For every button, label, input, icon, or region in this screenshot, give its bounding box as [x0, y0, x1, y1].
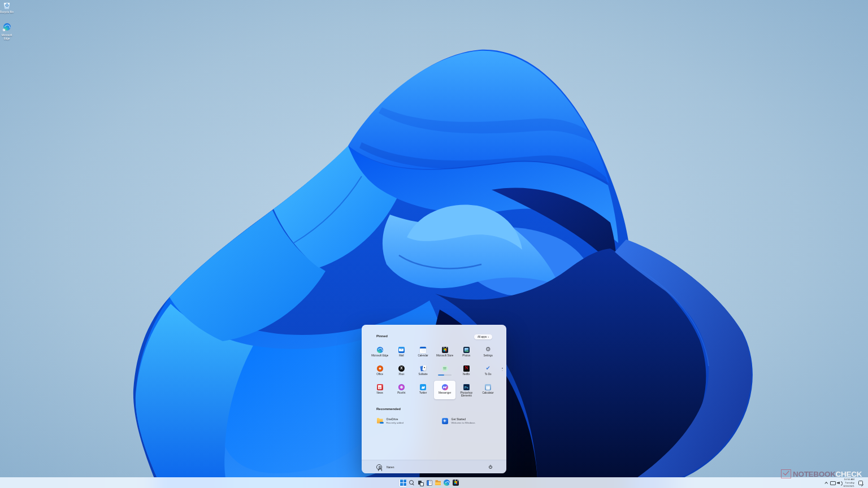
pinned-app-microsoft-store[interactable]: Microsoft Store	[434, 343, 455, 361]
pinned-app-photoshop-elements[interactable]: Photoshop Elements	[455, 381, 477, 399]
pinned-pagination-dots[interactable]	[501, 368, 504, 371]
pinned-app-news[interactable]: News	[369, 381, 390, 399]
pinned-app-spotify[interactable]	[434, 361, 455, 380]
xbox-icon	[398, 365, 405, 372]
pinned-app-office[interactable]: Office	[369, 361, 390, 380]
pinned-app-label: Microsoft Edge	[368, 354, 391, 357]
taskbar-clock[interactable]: 10:50 AM Tuesday 6/15/2021	[843, 478, 854, 488]
user-profile-button[interactable]: Naren	[376, 464, 394, 470]
chevron-up-icon	[824, 481, 828, 485]
pinned-app-label: Calendar	[412, 354, 435, 357]
pinned-app-label: Microsoft Store	[433, 354, 456, 357]
pinned-app-label: News	[368, 391, 391, 394]
pinned-app-label: Xbox	[390, 373, 413, 376]
spotify-icon	[442, 365, 448, 372]
recommended-item-get-started[interactable]: Get StartedWelcome to Windows	[439, 415, 502, 427]
pinned-app-label: Messenger	[433, 391, 456, 394]
start-menu: Pinned All apps Microsoft EdgeMailCalend…	[362, 325, 506, 473]
microsoft-edge-shortcut[interactable]: Microsoft Edge	[0, 23, 17, 40]
watermark-word1: NOTEBOOK	[793, 470, 836, 478]
all-apps-button[interactable]: All apps	[474, 334, 492, 339]
pinned-app-solitaire[interactable]: Solitaire	[413, 361, 434, 380]
recommended-section-header: Recommended	[376, 407, 401, 411]
pinned-app-microsoft-edge[interactable]: Microsoft Edge	[369, 343, 390, 361]
pinned-app-photos[interactable]: Photos	[455, 343, 477, 361]
watermark-word2: CHECK	[836, 470, 862, 478]
pinned-app-label: Photoshop Elements	[455, 391, 478, 397]
pinned-app-settings[interactable]: Settings	[477, 343, 498, 361]
pinned-section-header: Pinned	[376, 334, 388, 338]
store-button[interactable]	[452, 479, 460, 487]
get-started-icon	[442, 418, 448, 424]
search-button[interactable]	[408, 479, 416, 487]
recommended-item-onedrive[interactable]: OneDriveRecently added	[374, 415, 437, 427]
photoshop-elements-icon	[463, 384, 470, 390]
pinned-app-label: Twitter	[412, 391, 435, 394]
file-explorer-button[interactable]	[434, 479, 442, 487]
pinned-app-to-do[interactable]: To Do	[477, 361, 498, 380]
pinned-app-label: Netflix	[455, 373, 478, 376]
netflix-icon	[463, 365, 470, 372]
clock-day: Tuesday	[843, 481, 854, 485]
power-button[interactable]	[487, 463, 494, 471]
pagination-dot-active[interactable]	[502, 368, 503, 369]
taskbar-buttons	[399, 479, 460, 487]
calculator-icon	[485, 384, 491, 390]
pinned-app-mail[interactable]: Mail	[390, 343, 412, 361]
network-button[interactable]	[830, 481, 835, 485]
download-progress-fill	[438, 374, 444, 376]
start-button[interactable]	[399, 479, 407, 487]
volume-button[interactable]	[837, 481, 842, 485]
widgets-button[interactable]	[426, 479, 433, 487]
edge-desktop-icon	[3, 23, 11, 30]
pinned-app-label: Photos	[455, 354, 478, 357]
volume-icon	[837, 481, 842, 485]
widgets-icon	[426, 480, 432, 486]
mail-icon	[398, 347, 405, 353]
file-explorer-icon	[435, 480, 441, 486]
task-view-icon	[418, 480, 424, 486]
office-icon	[377, 365, 383, 372]
user-name: Naren	[387, 465, 394, 469]
calendar-icon	[420, 347, 426, 353]
pinned-app-calculator[interactable]: Calculator	[477, 381, 498, 399]
pinned-app-label: Settings	[477, 354, 500, 357]
pinned-app-messenger[interactable]: Messenger	[434, 381, 455, 399]
start-menu-footer: Naren	[362, 460, 506, 473]
taskbar: 10:50 AM Tuesday 6/15/2021	[0, 477, 868, 488]
edge-icon	[444, 480, 450, 486]
pagination-dot[interactable]	[502, 370, 503, 371]
recycle-bin-icon	[3, 2, 11, 9]
notification-icon	[858, 480, 863, 485]
settings-icon	[485, 347, 491, 353]
tray-expand-button[interactable]	[824, 481, 828, 485]
power-icon	[488, 465, 493, 469]
edge-icon	[377, 347, 383, 353]
pinned-app-netflix[interactable]: Netflix	[455, 361, 477, 380]
pinned-app-label: PicsArt	[390, 391, 413, 394]
pinned-app-twitter[interactable]: Twitter	[413, 381, 434, 399]
store-icon	[442, 347, 448, 353]
pinned-app-label: Office	[368, 373, 391, 376]
pinned-app-label: Solitaire	[412, 373, 435, 376]
windows-start-icon	[400, 480, 406, 486]
recycle-bin[interactable]: Recycle Bin	[0, 2, 17, 14]
edge-button[interactable]	[443, 479, 451, 487]
pinned-app-calendar[interactable]: Calendar	[413, 343, 434, 361]
pinned-app-label: Calculator	[477, 391, 500, 394]
desktop: Recycle BinMicrosoft Edge Pinned All app…	[0, 0, 868, 488]
task-view-button[interactable]	[416, 479, 424, 487]
twitter-icon	[420, 384, 426, 390]
pinned-app-picsart[interactable]: PicsArt	[390, 381, 412, 399]
pinned-app-xbox[interactable]: Xbox	[390, 361, 412, 380]
chevron-right-icon	[488, 336, 489, 339]
all-apps-label: All apps	[478, 336, 487, 338]
desktop-icon-label: Recycle Bin	[0, 11, 15, 14]
notification-button[interactable]	[858, 480, 863, 485]
onedrive-folder-icon	[377, 418, 383, 424]
user-icon	[376, 464, 382, 470]
todo-icon	[485, 365, 491, 372]
clock-date: 6/15/2021	[843, 485, 854, 488]
recommended-item-subtitle: Recently added	[387, 421, 404, 424]
desktop-icon-label: Microsoft Edge	[0, 34, 15, 40]
